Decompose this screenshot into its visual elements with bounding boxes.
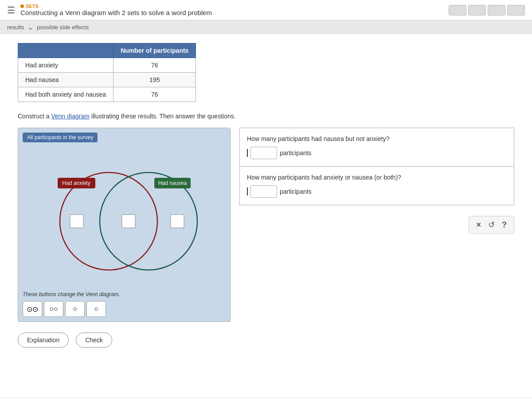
venn-bottom-text: These buttons change the Venn diagram. [23,291,226,297]
venn-diagram-link[interactable]: Venn diagram [51,113,89,120]
answer-unit-1: participants [280,149,312,156]
venn-controls: ⊙⊙ ○○ ○ ○ [23,301,226,317]
cursor-1 [247,149,248,157]
main-content: Number of participants Had anxiety76Had … [0,34,532,398]
table-cell-value: 195 [113,73,196,87]
top-bar: ☰ SETS Constructing a Venn diagram with … [0,0,532,20]
table-row: Had anxiety76 [18,58,196,73]
nav-btn-4[interactable] [507,5,525,16]
sets-dot-icon [20,4,24,8]
question-text-2: How many participants had anxiety or nau… [247,174,507,181]
venn-ctrl-single-2[interactable]: ○ [86,301,106,317]
table-cell-value: 76 [113,58,196,73]
venn-svg-area: Had anxiety Had nausea [23,146,226,288]
table-cell-label: Had nausea [18,73,113,87]
svg-rect-8 [171,215,184,228]
nav-btn-1[interactable] [449,5,466,16]
questions-panel: How many participants had nausea but not… [239,128,514,234]
table-row: Had nausea195 [18,73,196,87]
question-text-1: How many participants had nausea but not… [247,135,507,142]
nav-btn-2[interactable] [468,5,486,16]
instruction-before: Construct a [18,113,51,120]
results-text: results [7,24,24,31]
table-cell-label: Had both anxiety and nausea [18,87,113,102]
sets-label: SETS [20,4,212,9]
venn-diagram-svg: Had anxiety Had nausea [31,155,217,279]
help-button[interactable]: ? [502,220,507,230]
results-subtext: possible side effects [37,24,89,31]
table-cell-value: 76 [113,87,196,102]
venn-ctrl-two-circles[interactable]: ○○ [44,301,63,317]
answer-row-1: participants [247,147,507,159]
answer-input-1[interactable] [250,147,277,159]
answer-row-2: participants [247,185,507,198]
chevron-down-icon[interactable]: ⌄ [27,23,33,31]
x-button[interactable]: × [476,220,481,230]
question-box-1: How many participants had nausea but not… [239,128,514,166]
cursor-2 [247,188,248,196]
two-column-layout: All participants in the survey Had anxie… [18,128,514,322]
action-row: Explanation Check [18,332,514,348]
venn-panel: All participants in the survey Had anxie… [18,128,231,322]
svg-rect-6 [70,215,83,228]
svg-text:Had anxiety: Had anxiety [62,180,90,186]
venn-ctrl-single-1[interactable]: ○ [65,301,85,317]
top-right-buttons [449,5,525,16]
question-box-2: How many participants had anxiety or nau… [239,166,514,205]
answer-input-2[interactable] [250,185,277,198]
table-row: Had both anxiety and nausea76 [18,87,196,102]
page-title: Constructing a Venn diagram with 2 sets … [20,9,212,16]
table-col-header: Number of participants [113,43,196,58]
venn-ctrl-both-circles[interactable]: ⊙⊙ [23,301,42,317]
explanation-button[interactable]: Explanation [18,332,69,348]
instruction-after: illustrating these results. Then answer … [90,113,236,120]
instruction-text: Construct a Venn diagram illustrating th… [18,113,514,120]
results-bar: results ⌄ possible side effects [0,20,532,34]
check-button[interactable]: Check [76,332,112,348]
nav-btn-3[interactable] [488,5,505,16]
svg-rect-7 [122,215,135,228]
hamburger-icon[interactable]: ☰ [7,5,15,16]
top-bar-info: SETS Constructing a Venn diagram with 2 … [20,4,212,16]
answer-unit-2: participants [280,188,312,195]
venn-outer-label: All participants in the survey [23,133,98,142]
check-buttons-area: × ↺ ? [469,216,514,234]
table-col-empty [18,43,113,58]
participants-table: Number of participants Had anxiety76Had … [18,43,196,102]
table-cell-label: Had anxiety [18,58,113,73]
svg-text:Had nausea: Had nausea [158,180,187,186]
undo-button[interactable]: ↺ [488,220,495,230]
